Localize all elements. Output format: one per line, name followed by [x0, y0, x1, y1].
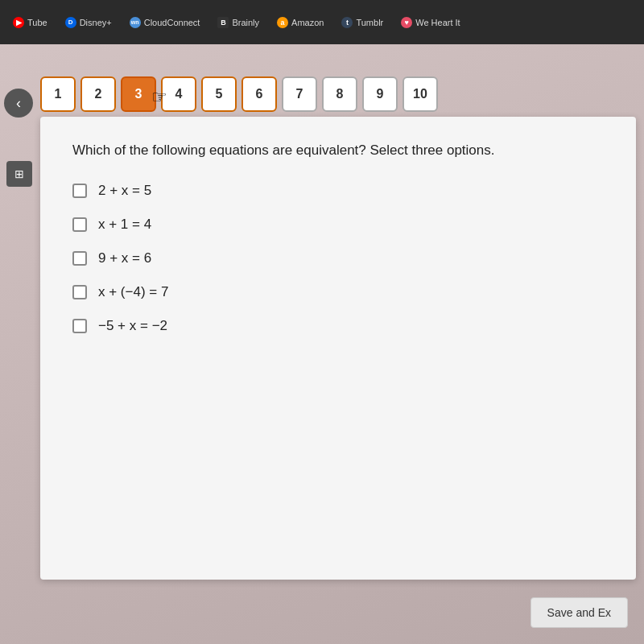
checkbox-5[interactable] — [72, 319, 87, 333]
disney-icon: D — [65, 17, 76, 28]
answer-label-5: −5 + x = −2 — [98, 318, 167, 334]
tab-youtube[interactable]: ▶ Tube — [6, 14, 54, 31]
checkbox-4[interactable] — [72, 285, 87, 299]
tab-cloudconnect[interactable]: wn CloudConnect — [123, 14, 207, 31]
tab-weheartit[interactable]: ♥ We Heart It — [394, 14, 466, 31]
answer-label-2: x + 1 = 4 — [98, 217, 151, 233]
answer-option-2[interactable]: x + 1 = 4 — [72, 217, 604, 233]
amazon-icon: a — [277, 17, 288, 28]
tab-tumblr-label: Tumblr — [356, 18, 383, 27]
question-tab-10[interactable]: 10 — [402, 76, 438, 112]
browser-chrome: ▶ Tube D Disney+ wn CloudConnect B Brain… — [0, 0, 644, 44]
question-tab-7[interactable]: 7 — [282, 76, 317, 112]
answer-option-3[interactable]: 9 + x = 6 — [72, 250, 604, 266]
tab-brainly-label: Brainly — [232, 18, 259, 27]
tab-cloudconnect-label: CloudConnect — [144, 18, 200, 27]
checkbox-2[interactable] — [72, 217, 87, 232]
save-and-exit-button[interactable]: Save and Ex — [530, 597, 628, 628]
main-content-panel: Which of the following equations are equ… — [40, 117, 636, 580]
question-tab-6[interactable]: 6 — [242, 76, 277, 112]
question-tab-1[interactable]: 1 — [40, 76, 76, 112]
tab-weheartit-label: We Heart It — [415, 18, 460, 27]
answer-label-3: 9 + x = 6 — [98, 250, 151, 266]
cloudconnect-icon: wn — [130, 17, 141, 28]
prev-nav-button[interactable]: ‹ — [4, 89, 33, 118]
checkbox-3[interactable] — [72, 251, 87, 266]
answer-option-5[interactable]: −5 + x = −2 — [72, 318, 604, 334]
left-arrow-icon: ‹ — [16, 95, 21, 112]
tab-youtube-label: Tube — [27, 18, 47, 27]
answer-option-1[interactable]: 2 + x = 5 — [72, 183, 604, 199]
tumblr-icon: t — [341, 17, 353, 28]
tab-tumblr[interactable]: t Tumblr — [335, 14, 390, 31]
checkbox-1[interactable] — [72, 184, 87, 198]
left-tools-panel: ⊞ — [6, 161, 32, 187]
question-tab-3[interactable]: 3 — [121, 76, 156, 112]
tab-disney[interactable]: D Disney+ — [59, 14, 118, 31]
tab-amazon[interactable]: a Amazon — [270, 14, 330, 31]
brainly-icon: B — [217, 17, 229, 28]
calculator-icon[interactable]: ⊞ — [6, 161, 32, 187]
youtube-icon: ▶ — [13, 17, 24, 28]
save-button-label: Save and Ex — [547, 606, 611, 619]
question-tab-4[interactable]: 4 — [161, 76, 196, 112]
question-tab-2[interactable]: 2 — [80, 76, 116, 112]
tab-brainly[interactable]: B Brainly — [211, 14, 266, 31]
question-text: Which of the following equations are equ… — [72, 141, 604, 160]
answer-label-1: 2 + x = 5 — [98, 183, 151, 199]
question-tab-5[interactable]: 5 — [201, 76, 237, 112]
tab-disney-label: Disney+ — [80, 18, 112, 27]
answer-option-4[interactable]: x + (−4) = 7 — [72, 284, 604, 300]
question-tab-9[interactable]: 9 — [362, 76, 398, 112]
question-tabs-row: 1 2 3 4 5 6 7 8 9 10 — [40, 70, 636, 118]
answer-label-4: x + (−4) = 7 — [98, 284, 168, 300]
question-tab-8[interactable]: 8 — [322, 76, 357, 112]
tab-amazon-label: Amazon — [291, 18, 324, 27]
weheartit-icon: ♥ — [401, 17, 412, 28]
